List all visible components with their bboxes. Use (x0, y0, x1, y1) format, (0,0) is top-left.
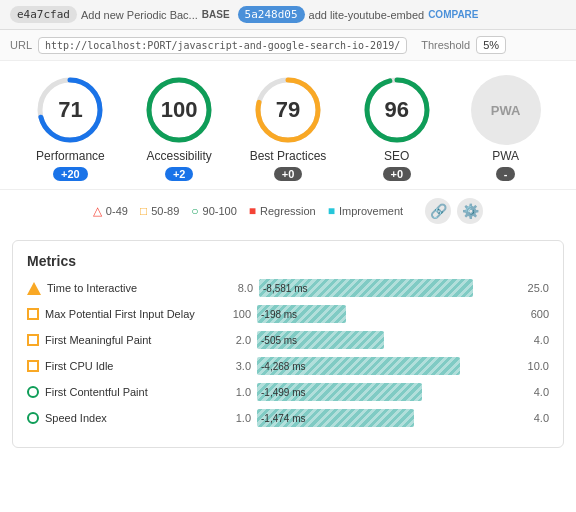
score-circle-seo: 96 (362, 75, 432, 145)
legend-label-improvement: Improvement (339, 205, 403, 217)
metric-row-max-potential-fid: Max Potential First Input Delay 100 -198… (27, 305, 549, 323)
metric-icon-first-cpu-idle (27, 360, 39, 372)
legend-icon-improvement: ■ (328, 204, 335, 218)
metric-delta-label-speed-index: -1,474 ms (261, 413, 305, 424)
score-delta-seo: +0 (383, 167, 412, 181)
metric-compare-first-cpu-idle: 10.0 (517, 360, 549, 372)
metric-row-speed-index: Speed Index 1.0 -1,474 ms 4.0 (27, 409, 549, 427)
base-commit: e4a7cfad Add new Periodic Bac... BASE (10, 6, 230, 23)
base-hash[interactable]: e4a7cfad (10, 6, 77, 23)
metrics-title: Metrics (27, 253, 549, 269)
compare-tag: COMPARE (428, 9, 478, 20)
legend-label-50-89: 50-89 (151, 205, 179, 217)
legend-icon-90-100: ○ (191, 204, 198, 218)
score-label-pwa: PWA (492, 149, 519, 163)
legend-label-90-100: 90-100 (203, 205, 237, 217)
legend-label-0-49: 0-49 (106, 205, 128, 217)
metric-bar-speed-index: -1,474 ms (257, 409, 511, 427)
scores-section: 71 Performance +20 100 Accessibility +2 … (0, 61, 576, 189)
metric-compare-time-to-interactive: 25.0 (517, 282, 549, 294)
metric-row-first-cpu-idle: First CPU Idle 3.0 -4,268 ms 10.0 (27, 357, 549, 375)
score-item-accessibility: 100 Accessibility +2 (134, 75, 224, 181)
metric-base-speed-index: 1.0 (221, 412, 251, 424)
legend-actions: 🔗 ⚙️ (425, 198, 483, 224)
metric-bar-first-meaningful-paint: -505 ms (257, 331, 511, 349)
metric-icon-first-contentful-paint (27, 386, 39, 398)
metric-name-first-cpu-idle: First CPU Idle (45, 360, 215, 372)
score-delta-accessibility: +2 (165, 167, 194, 181)
compare-hash[interactable]: 5a248d05 (238, 6, 305, 23)
score-value-best-practices: 79 (276, 97, 300, 123)
metric-row-first-contentful-paint: First Contentful Paint 1.0 -1,499 ms 4.0 (27, 383, 549, 401)
score-label-seo: SEO (384, 149, 409, 163)
score-label-performance: Performance (36, 149, 105, 163)
metric-delta-label-first-meaningful-paint: -505 ms (261, 335, 297, 346)
metric-compare-first-meaningful-paint: 4.0 (517, 334, 549, 346)
metric-base-first-cpu-idle: 3.0 (221, 360, 251, 372)
legend: △ 0-49 □ 50-89 ○ 90-100 ■ Regression ■ I… (0, 189, 576, 232)
top-bar: e4a7cfad Add new Periodic Bac... BASE 5a… (0, 0, 576, 30)
legend-90-100: ○ 90-100 (191, 204, 237, 218)
legend-0-49: △ 0-49 (93, 204, 128, 218)
metric-base-time-to-interactive: 8.0 (223, 282, 253, 294)
metric-row-time-to-interactive: Time to Interactive 8.0 -8,581 ms 25.0 (27, 279, 549, 297)
metric-bar-max-potential-fid: -198 ms (257, 305, 511, 323)
score-value-performance: 71 (58, 97, 82, 123)
metric-name-first-contentful-paint: First Contentful Paint (45, 386, 215, 398)
score-item-performance: 71 Performance +20 (25, 75, 115, 181)
url-value[interactable]: http://localhost:PORT/javascript-and-goo… (38, 37, 407, 54)
legend-improvement: ■ Improvement (328, 204, 403, 218)
metric-icon-first-meaningful-paint (27, 334, 39, 346)
metric-compare-speed-index: 4.0 (517, 412, 549, 424)
metric-bar-time-to-interactive: -8,581 ms (259, 279, 511, 297)
metric-delta-label-first-contentful-paint: -1,499 ms (261, 387, 305, 398)
metric-compare-max-potential-fid: 600 (517, 308, 549, 320)
score-circle-accessibility: 100 (144, 75, 214, 145)
metric-row-first-meaningful-paint: First Meaningful Paint 2.0 -505 ms 4.0 (27, 331, 549, 349)
score-value-accessibility: 100 (161, 97, 198, 123)
metrics-rows: Time to Interactive 8.0 -8,581 ms 25.0 M… (27, 279, 549, 427)
score-item-seo: 96 SEO +0 (352, 75, 442, 181)
metric-base-first-meaningful-paint: 2.0 (221, 334, 251, 346)
score-delta-performance: +20 (53, 167, 88, 181)
metric-name-max-potential-fid: Max Potential First Input Delay (45, 308, 215, 320)
base-tag: BASE (202, 9, 230, 20)
metric-delta-label-max-potential-fid: -198 ms (261, 309, 297, 320)
score-item-pwa: PWA PWA - (461, 75, 551, 181)
legend-icon-50-89: □ (140, 204, 147, 218)
score-delta-pwa: - (496, 167, 516, 181)
score-label-best-practices: Best Practices (250, 149, 327, 163)
legend-icon-0-49: △ (93, 204, 102, 218)
metric-name-speed-index: Speed Index (45, 412, 215, 424)
metric-delta-label-first-cpu-idle: -4,268 ms (261, 361, 305, 372)
legend-50-89: □ 50-89 (140, 204, 179, 218)
metric-bar-first-cpu-idle: -4,268 ms (257, 357, 511, 375)
base-description: Add new Periodic Bac... (81, 9, 198, 21)
score-circle-best-practices: 79 (253, 75, 323, 145)
share-button[interactable]: 🔗 (425, 198, 451, 224)
score-label-accessibility: Accessibility (147, 149, 212, 163)
metric-base-max-potential-fid: 100 (221, 308, 251, 320)
legend-icon-regression: ■ (249, 204, 256, 218)
legend-regression: ■ Regression (249, 204, 316, 218)
metric-name-time-to-interactive: Time to Interactive (47, 282, 217, 294)
url-label: URL (10, 39, 32, 51)
compare-commit: 5a248d05 add lite-youtube-embed COMPARE (238, 6, 479, 23)
url-bar: URL http://localhost:PORT/javascript-and… (0, 30, 576, 61)
score-item-best-practices: 79 Best Practices +0 (243, 75, 333, 181)
score-value-seo: 96 (385, 97, 409, 123)
metric-base-first-contentful-paint: 1.0 (221, 386, 251, 398)
score-circle-performance: 71 (35, 75, 105, 145)
metric-name-first-meaningful-paint: First Meaningful Paint (45, 334, 215, 346)
settings-button[interactable]: ⚙️ (457, 198, 483, 224)
score-delta-best-practices: +0 (274, 167, 303, 181)
threshold-value[interactable]: 5% (476, 36, 506, 54)
metric-bar-first-contentful-paint: -1,499 ms (257, 383, 511, 401)
metric-delta-label-time-to-interactive: -8,581 ms (263, 283, 307, 294)
metric-icon-speed-index (27, 412, 39, 424)
metric-compare-first-contentful-paint: 4.0 (517, 386, 549, 398)
metrics-section: Metrics Time to Interactive 8.0 -8,581 m… (12, 240, 564, 448)
metric-icon-max-potential-fid (27, 308, 39, 320)
legend-label-regression: Regression (260, 205, 316, 217)
threshold-label: Threshold (421, 39, 470, 51)
